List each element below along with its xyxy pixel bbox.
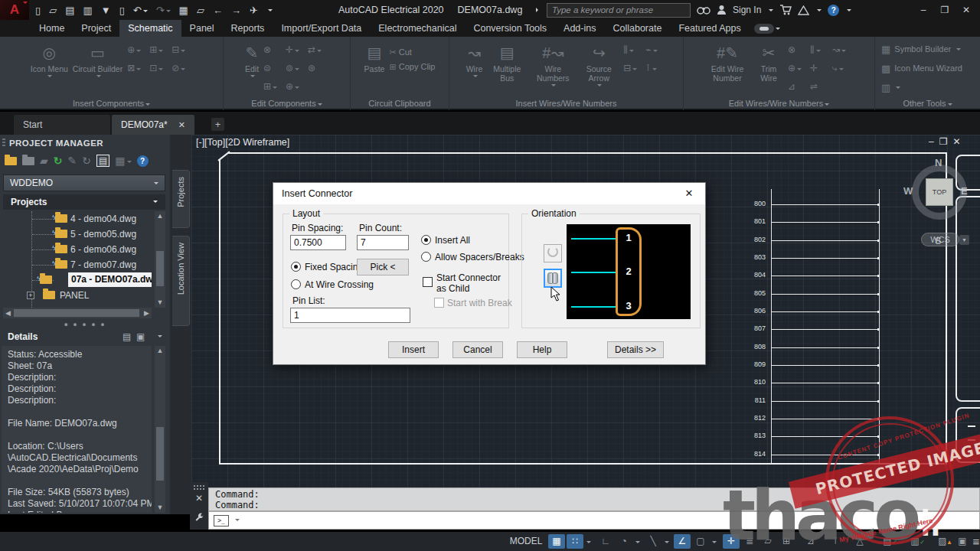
customization-menu-icon[interactable]: ≡ (968, 534, 980, 549)
scroll-right-icon[interactable]: ▶ (142, 308, 152, 318)
chevron-down-icon[interactable] (662, 534, 670, 549)
help-icon[interactable]: ? (137, 155, 149, 167)
back-arrow-icon[interactable]: ← (213, 5, 223, 16)
open-project-icon[interactable] (5, 157, 17, 165)
insert-pid-icon[interactable]: ⊠ (127, 63, 148, 80)
icon-menu-wizard-button[interactable]: ▩Icon Menu Wizard (881, 63, 962, 74)
copy-clip-button[interactable]: ⊞ Copy Clip (389, 62, 435, 72)
tree-scrollbar[interactable]: ▲ ▼ (155, 211, 165, 308)
align-icon[interactable]: ⊜ (263, 63, 284, 80)
pin-count-input[interactable] (357, 235, 409, 250)
multiple-bus-button[interactable]: ▤Multiple Bus (487, 41, 527, 83)
preview-view-icon[interactable]: ▣ (136, 329, 145, 344)
wire-numbers-button[interactable]: #↝Wire Numbers (531, 41, 574, 87)
autocad-logo[interactable]: A (0, 0, 29, 20)
undo-icon[interactable]: ↶ (133, 5, 148, 16)
model-space-button[interactable]: MODEL (508, 534, 544, 549)
viewcube-west[interactable]: W (903, 185, 913, 197)
insert-button[interactable]: Insert (388, 341, 439, 358)
plot-publish-icon[interactable]: ▦ (115, 155, 131, 167)
close-command-icon[interactable]: ✕ (190, 493, 208, 504)
new-tab-button[interactable]: + (211, 118, 224, 131)
start-child-checkbox[interactable] (423, 277, 433, 287)
bend-wire-icon[interactable]: ⤷ (832, 63, 853, 80)
transparency-toggle[interactable]: ▱ (760, 534, 776, 549)
share-icon[interactable]: ✈ (250, 5, 258, 16)
chevron-down-icon[interactable] (847, 9, 851, 14)
viewport-minimize-icon[interactable]: – (929, 136, 934, 147)
tab-location-view[interactable]: Location View (172, 236, 190, 326)
customize-wrench-icon[interactable] (194, 513, 204, 523)
tab-featured-apps[interactable]: Featured Apps (670, 20, 749, 37)
help-icon[interactable]: ? (828, 5, 839, 16)
splitter-handle[interactable]: ● ● ● ● ● (0, 321, 170, 328)
chevron-down-icon[interactable] (127, 161, 132, 165)
search-input[interactable] (547, 3, 691, 18)
redo-icon[interactable]: ↷ (156, 5, 171, 16)
chevron-down-icon[interactable] (158, 335, 162, 340)
insert-terminal-icon[interactable]: ⊡ (149, 63, 170, 80)
panel-title[interactable]: Other Tools (875, 99, 980, 108)
new-project-icon[interactable] (22, 157, 34, 165)
flip-orientation-button[interactable] (544, 269, 562, 288)
panel-title[interactable]: Edit Wires/Wire Numbers (684, 99, 874, 108)
icon-menu-button[interactable]: ◎Icon Menu (31, 41, 68, 78)
panel-title[interactable]: Edit Components (224, 99, 350, 108)
project-task-list-icon[interactable]: ✎ (68, 155, 77, 167)
customize-qat-icon[interactable] (268, 9, 273, 14)
scroll-left-icon[interactable]: ◀ (3, 308, 13, 318)
swap-wire-number-icon[interactable]: ⇌ (810, 81, 831, 98)
chevron-down-icon[interactable] (776, 28, 780, 32)
trim-wire-button[interactable]: ✂Trim Wire (754, 41, 783, 83)
object-snap-toggle[interactable]: ▢ (692, 534, 709, 549)
check-wire-icon[interactable]: ↝ (832, 44, 853, 61)
insert-all-radio[interactable] (421, 235, 431, 245)
tab-add-ins[interactable]: Add-ins (555, 20, 604, 37)
tab-schematic[interactable]: Schematic (119, 20, 181, 37)
plot-icon[interactable]: ▼ (101, 5, 111, 16)
fixed-spacing-radio[interactable] (291, 262, 301, 272)
scroll-up-icon[interactable]: ▲ (155, 346, 165, 356)
chevron-down-icon[interactable] (584, 534, 592, 549)
expand-icon[interactable]: + (27, 292, 34, 299)
project-wide-update-icon[interactable]: ↻ (82, 155, 91, 167)
copy-wire-number-icon[interactable]: ⊕ (788, 63, 808, 80)
annotation-scale-button[interactable]: △ (851, 534, 868, 549)
edit-button[interactable]: ✎Edit (245, 41, 259, 78)
delete-component-icon[interactable]: ⊗ (263, 44, 284, 61)
tree-item[interactable]: ϟ7 - demo07.dwg (3, 257, 152, 272)
update-block-icon[interactable]: ⊛ (308, 63, 328, 80)
scoot-icon[interactable]: ⊕ (286, 81, 306, 98)
grid-display-toggle[interactable]: ▦ (548, 534, 565, 549)
insert-hydraulic-icon[interactable]: ⊟ (172, 44, 192, 61)
details-button[interactable]: Details >> (607, 341, 664, 358)
tab-panel[interactable]: Panel (181, 20, 223, 37)
chevron-down-icon[interactable] (710, 534, 717, 549)
annotation-monitor-icon[interactable]: ▤✓ (879, 534, 896, 549)
tab-collaborate[interactable]: Collaborate (604, 20, 670, 37)
forward-arrow-icon[interactable]: → (231, 5, 241, 16)
command-history[interactable]: Command: Command: (208, 487, 980, 511)
palette-grip[interactable] (194, 485, 204, 490)
chevron-down-icon[interactable] (769, 9, 773, 14)
insert-component-icon[interactable]: ⊕ (127, 44, 148, 61)
scroll-down-icon[interactable]: ▼ (155, 298, 165, 308)
database-tools-button[interactable]: ▥ (881, 82, 900, 93)
move-component-icon[interactable]: ✛ (286, 44, 306, 61)
chevron-down-icon[interactable] (633, 534, 641, 549)
tab-import-export-data[interactable]: Import/Export Data (273, 20, 370, 37)
restore-button[interactable]: ❐ (934, 0, 956, 20)
stretch-wire-icon[interactable]: ⫼ (810, 44, 831, 61)
ortho-mode-toggle[interactable]: ∟ (597, 534, 614, 549)
move-wire-number-icon[interactable]: ✛ (810, 63, 831, 80)
details-scrollbar[interactable]: ▲ ▼ (155, 346, 165, 513)
pin-list-input[interactable] (290, 308, 410, 323)
viewcube-top-face[interactable]: TOP (926, 178, 953, 206)
edit-wire-number-button[interactable]: #✎Edit Wire Number (705, 41, 750, 83)
panel-title[interactable]: Insert Components (0, 99, 223, 108)
tree-item[interactable]: ϟ5 - demo05.dwg (3, 227, 152, 242)
close-button[interactable]: ✕ (956, 0, 977, 20)
tab-start[interactable]: Start (14, 115, 110, 135)
folder-icon[interactable]: ▱ (197, 5, 204, 16)
tree-horizontal-scrollbar[interactable]: ◀ ▶ (3, 308, 152, 318)
